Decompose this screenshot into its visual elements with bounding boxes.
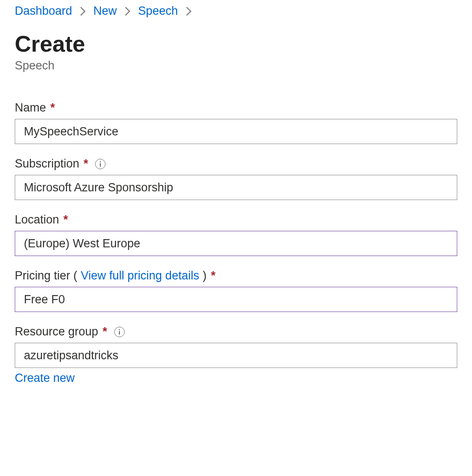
breadcrumb: Dashboard New Speech — [15, 4, 457, 18]
chevron-right-icon — [80, 7, 86, 16]
resource-group-label-text: Resource group — [15, 325, 98, 338]
resource-group-select[interactable]: azuretipsandtricks — [15, 343, 457, 368]
pricing-label-prefix: Pricing tier ( — [15, 269, 77, 282]
svg-point-2 — [119, 329, 120, 330]
svg-rect-1 — [100, 163, 101, 167]
pricing-value: Free F0 — [24, 293, 65, 306]
required-indicator: * — [50, 101, 55, 115]
location-label-text: Location — [15, 213, 59, 227]
form-group-resource-group: Resource group * azuretipsandtricks Crea… — [15, 325, 457, 385]
pricing-select[interactable]: Free F0 — [15, 287, 457, 312]
form-group-subscription: Subscription * Microsoft Azure Sponsorsh… — [15, 157, 457, 200]
subscription-label: Subscription * — [15, 157, 457, 171]
breadcrumb-new-link[interactable]: New — [93, 4, 117, 18]
required-indicator: * — [84, 157, 89, 171]
name-label-text: Name — [15, 101, 46, 115]
resource-group-label: Resource group * — [15, 325, 457, 338]
resource-group-value: azuretipsandtricks — [24, 349, 119, 362]
subscription-select[interactable]: Microsoft Azure Sponsorship — [15, 175, 457, 200]
subscription-value: Microsoft Azure Sponsorship — [24, 181, 173, 194]
breadcrumb-speech-link[interactable]: Speech — [138, 4, 178, 18]
form-group-pricing: Pricing tier (View full pricing details)… — [15, 269, 457, 312]
location-label: Location * — [15, 213, 457, 227]
location-select[interactable]: (Europe) West Europe — [15, 231, 457, 256]
location-value: (Europe) West Europe — [24, 237, 140, 250]
chevron-right-icon — [186, 7, 191, 16]
svg-rect-3 — [119, 331, 120, 335]
chevron-right-icon — [125, 7, 130, 16]
name-input[interactable] — [15, 119, 457, 144]
create-new-link[interactable]: Create new — [15, 371, 75, 385]
name-label: Name * — [15, 101, 457, 115]
page-title: Create — [15, 32, 457, 56]
pricing-details-link[interactable]: View full pricing details — [81, 269, 199, 282]
subscription-label-text: Subscription — [15, 157, 79, 171]
info-icon[interactable] — [114, 327, 125, 337]
required-indicator: * — [63, 213, 68, 227]
pricing-label-suffix: ) — [203, 269, 207, 282]
breadcrumb-dashboard-link[interactable]: Dashboard — [15, 4, 72, 18]
form-group-location: Location * (Europe) West Europe — [15, 213, 457, 256]
svg-point-0 — [100, 161, 101, 162]
required-indicator: * — [102, 325, 107, 338]
form-group-name: Name * — [15, 101, 457, 144]
required-indicator: * — [211, 269, 216, 282]
pricing-label: Pricing tier (View full pricing details)… — [15, 269, 457, 282]
info-icon[interactable] — [95, 159, 106, 169]
page-subtitle: Speech — [15, 59, 457, 72]
